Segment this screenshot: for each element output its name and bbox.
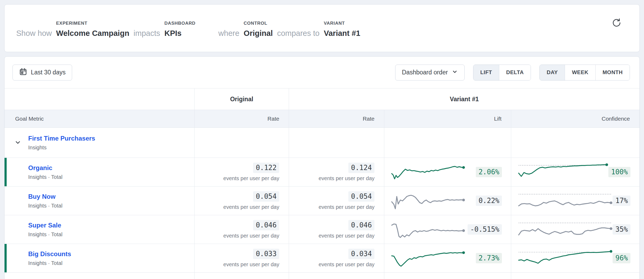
significance-stripe: [5, 244, 7, 272]
lift-sparkline: [390, 191, 465, 211]
variant-rate-cell: 0.046 events per user per day: [289, 215, 384, 244]
lift-cell: 2.73%: [384, 244, 511, 273]
confidence-cell: 96%: [511, 244, 639, 273]
rate-unit-label: events per user per day: [289, 233, 374, 239]
dashboard-order-dropdown[interactable]: Dashboard order: [395, 65, 465, 81]
column-header-row: Goal Metric Rate Rate Lift Confidence: [5, 110, 639, 128]
metric-name-cell: Buy Now Insights · Total: [5, 187, 194, 215]
sentence-text: impacts: [134, 29, 160, 37]
control-selector[interactable]: CONTROL Original: [244, 21, 273, 37]
metric-subtitle: Insights · Total: [28, 203, 194, 209]
variant-group-header-row: Original Variant #1: [5, 88, 639, 110]
refresh-icon: [612, 18, 622, 29]
confidence-value: 35%: [613, 224, 630, 235]
refresh-button[interactable]: [611, 18, 622, 28]
confidence-cell: 17%: [511, 187, 639, 215]
sentence-text: Show how: [16, 29, 52, 37]
confidence-cell: 100%: [511, 158, 639, 187]
confidence-cell: 35%: [511, 215, 639, 244]
metric-name-link[interactable]: Big Discounts: [28, 250, 71, 258]
control-rate-cell: 0.046 events per user per day: [194, 215, 289, 244]
lift-sparkline: [390, 219, 465, 240]
rate-unit-label: events per user per day: [289, 204, 374, 210]
chevron-down-icon: [452, 69, 458, 77]
dashboard-value: KPIs: [164, 29, 196, 37]
experiment-label: EXPERIMENT: [56, 21, 129, 26]
confidence-value: 100%: [608, 167, 630, 177]
sentence-text: compares to: [277, 29, 320, 37]
variant-rate-cell: 0.124 events per user per day: [289, 158, 384, 187]
empty-cell: [194, 273, 289, 279]
control-rate-cell: 0.033 events per user per day: [194, 244, 289, 273]
confidence-column-header: Confidence: [511, 110, 639, 128]
group-name-link[interactable]: First Time Purchasers: [28, 135, 95, 142]
metric-subtitle: Insights · Total: [28, 231, 194, 238]
control-rate-cell: 0.054 events per user per day: [194, 187, 289, 215]
rate-unit-label: events per user per day: [289, 175, 374, 181]
table-row-partial: [5, 273, 639, 279]
empty-header-cell: [5, 88, 194, 110]
rate-unit-label: events per user per day: [195, 261, 279, 268]
metric-name-link[interactable]: Super Sale: [28, 222, 61, 229]
chevron-down-icon: [14, 139, 22, 147]
dashboard-selector[interactable]: DASHBOARD KPIs: [164, 21, 196, 37]
experiment-sentence: Show how EXPERIMENT Welcome Campaign imp…: [16, 21, 365, 37]
empty-cell: [289, 273, 384, 279]
metric-subtitle: Insights · Total: [28, 260, 194, 266]
day-toggle-button[interactable]: DAY: [540, 65, 565, 80]
control-rate-cell: 0.122 events per user per day: [194, 158, 289, 187]
variant-selector[interactable]: VARIANT Variant #1: [324, 21, 360, 37]
lift-sparkline: [390, 162, 465, 183]
empty-cell: [289, 128, 384, 158]
rate-unit-label: events per user per day: [289, 261, 374, 268]
rate-unit-label: events per user per day: [195, 233, 279, 239]
significance-stripe: [5, 158, 7, 186]
granularity-toggle: DAY WEEK MONTH: [539, 65, 630, 81]
dashboard-label: DASHBOARD: [164, 21, 196, 26]
date-range-label: Last 30 days: [31, 69, 65, 76]
control-value: Original: [244, 29, 273, 37]
metric-name-link[interactable]: Buy Now: [28, 193, 56, 200]
variant-group-header: Variant #1: [289, 88, 639, 110]
variant-value: Variant #1: [324, 29, 360, 37]
collapse-group-button[interactable]: [13, 137, 23, 148]
empty-cell: [384, 128, 511, 158]
goal-metric-column-header: Goal Metric: [5, 110, 194, 128]
group-name-cell: First Time Purchasers Insights: [5, 128, 194, 158]
experiment-selector[interactable]: EXPERIMENT Welcome Campaign: [56, 21, 129, 37]
table-row: Organic Insights · Total 0.122 events pe…: [5, 158, 639, 187]
sentence-segment: where: [218, 29, 240, 37]
control-rate-value: 0.054: [253, 191, 279, 202]
metric-name-cell: Super Sale Insights · Total: [5, 215, 194, 244]
group-subtitle: Insights: [28, 145, 194, 151]
toolbar-right: Dashboard order LIFT DELTA DAY WEEK MONT…: [395, 65, 630, 81]
confidence-sparkline: [517, 161, 608, 183]
delta-toggle-button[interactable]: DELTA: [499, 65, 531, 80]
control-label: CONTROL: [244, 21, 273, 26]
lift-cell: 0.22%: [384, 187, 511, 215]
sentence-segment: Show how: [16, 29, 52, 37]
week-toggle-button[interactable]: WEEK: [565, 65, 595, 80]
lift-value: 0.22%: [476, 196, 502, 206]
variant-rate-value: 0.054: [348, 191, 374, 202]
confidence-value: 96%: [613, 253, 630, 263]
empty-cell: [194, 128, 289, 158]
rate-unit-label: events per user per day: [195, 175, 279, 181]
lift-toggle-button[interactable]: LIFT: [473, 65, 499, 80]
metric-name-link[interactable]: Organic: [28, 164, 52, 172]
metric-name-cell: Big Discounts Insights · Total: [5, 244, 194, 273]
month-toggle-button[interactable]: MONTH: [595, 65, 630, 80]
control-rate-value: 0.046: [253, 220, 279, 230]
variant-rate-cell: 0.054 events per user per day: [289, 187, 384, 215]
lift-cell: 2.06%: [384, 158, 511, 187]
variant-rate-cell: 0.034 events per user per day: [289, 244, 384, 273]
date-range-button[interactable]: Last 30 days: [13, 65, 72, 81]
toolbar: Last 30 days Dashboard order LIFT DELTA …: [5, 57, 639, 88]
variant-label: VARIANT: [324, 21, 360, 26]
experiment-value: Welcome Campaign: [56, 29, 129, 37]
confidence-sparkline: [517, 247, 613, 269]
rate-unit-label: events per user per day: [195, 204, 279, 210]
sentence-segment: compares to: [277, 29, 320, 37]
control-rate-column-header: Rate: [194, 110, 289, 128]
calendar-icon: [19, 68, 27, 77]
